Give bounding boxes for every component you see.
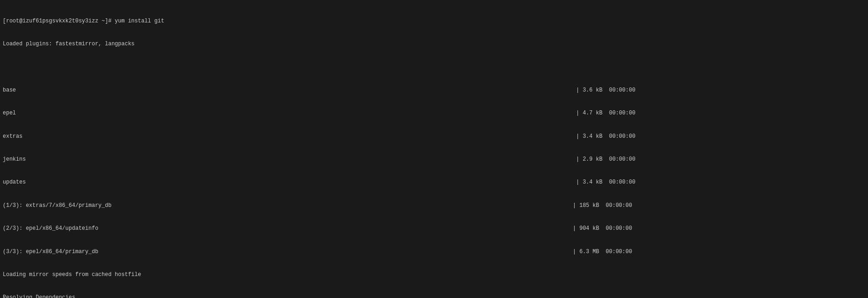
repo-updates: updates | 3.4 kB 00:00:00 (3, 179, 865, 186)
repo-jenkins: jenkins | 2.9 kB 00:00:00 (3, 156, 865, 163)
download-3: (3/3): epel/x86_64/primary_db | 6.3 MB 0… (3, 248, 865, 256)
mirror-speeds: Loading mirror speeds from cached hostfi… (3, 271, 865, 279)
repo-base: base | 3.6 kB 00:00:00 (3, 87, 865, 94)
repo-epel: epel | 4.7 kB 00:00:00 (3, 109, 865, 117)
download-2: (2/3): epel/x86_64/updateinfo | 904 kB 0… (3, 225, 865, 233)
download-1: (1/3): extras/7/x86_64/primary_db | 185 … (3, 202, 865, 210)
terminal-window: [root@izuf61psgsvkxk2t0sy3izz ~]# yum in… (0, 0, 868, 298)
command-line: [root@izuf61psgsvkxk2t0sy3izz ~]# yum in… (3, 17, 865, 25)
plugins-line: Loaded plugins: fastestmirror, langpacks (3, 40, 865, 48)
resolving-deps: Resolving Dependencies (3, 294, 865, 298)
repo-extras: extras | 3.4 kB 00:00:00 (3, 133, 865, 141)
blank-line-1 (3, 63, 865, 71)
